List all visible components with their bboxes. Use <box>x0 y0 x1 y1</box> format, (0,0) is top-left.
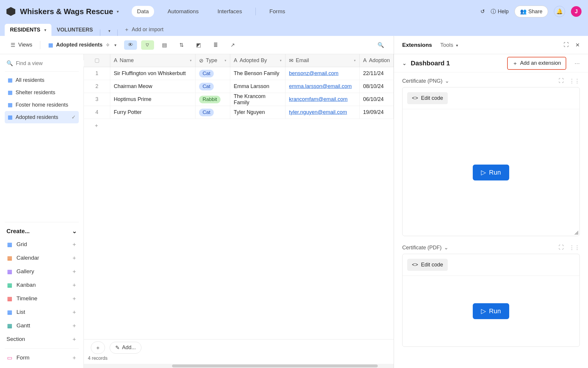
create-item-timeline[interactable]: ▦Timeline＋ <box>5 292 79 305</box>
find-view-input[interactable] <box>16 60 84 67</box>
cell-date[interactable]: 22/11/24 <box>360 67 394 80</box>
cell-adopted-by[interactable]: Tyler Nguyen <box>230 106 285 119</box>
cell-name[interactable]: Furry Potter <box>110 106 196 119</box>
view-sidebar: 🔍 ⚙ ▦All residents▦Shelter residents▦Fos… <box>0 54 84 368</box>
share-view-button[interactable]: ↗ <box>226 40 239 50</box>
tab-tools[interactable]: Tools ▾ <box>440 42 458 48</box>
create-item-gallery[interactable]: ▦Gallery＋ <box>5 265 79 278</box>
drag-icon[interactable]: ⋮⋮ <box>569 244 580 251</box>
cell-name[interactable]: Chairman Meow <box>110 80 196 93</box>
tab-extensions[interactable]: Extensions <box>402 42 432 48</box>
add-extension-button[interactable]: ＋ Add an extension <box>507 57 566 70</box>
column-header-adoption[interactable]: AAdoption <box>360 54 394 67</box>
color-button[interactable]: ◩ <box>192 40 205 50</box>
add-menu-button[interactable]: ✎Add... <box>110 342 141 354</box>
drag-icon[interactable]: ⋮⋮ <box>569 78 580 84</box>
cell-date[interactable]: 19/09/24 <box>360 106 394 119</box>
cell-email[interactable]: tyler.nguyen@email.com <box>285 106 360 119</box>
column-header-email[interactable]: ✉Email▾ <box>285 54 360 67</box>
sidebar-view-item[interactable]: ▦Shelter residents <box>5 86 79 99</box>
nav-tabs: Data Automations Interfaces Forms <box>132 6 290 17</box>
notifications-button[interactable]: 🔔 <box>554 6 565 17</box>
code-icon: <> <box>412 95 418 101</box>
table-tab-residents[interactable]: RESIDENTS ▾ <box>5 24 51 36</box>
user-avatar[interactable]: J <box>571 6 582 17</box>
cell-type[interactable]: Cat <box>196 67 230 80</box>
create-item-list[interactable]: ▦List＋ <box>5 305 79 319</box>
select-all-header[interactable] <box>84 54 110 67</box>
cell-email[interactable]: krancomfam@email.com <box>285 93 360 106</box>
create-section[interactable]: Section＋ <box>5 332 79 346</box>
grid-header-row: AName▾ ⊘Type▾ AAdopted By▾ ✉Email▾ AAdop… <box>84 54 394 67</box>
history-icon[interactable]: ↺ <box>480 8 485 15</box>
add-record-button[interactable]: ＋ <box>91 342 105 354</box>
plus-icon: ＋ <box>71 295 77 302</box>
dashboard-title[interactable]: Dashboard 1 <box>411 59 450 67</box>
nav-tab-automations[interactable]: Automations <box>162 6 204 17</box>
create-item-kanban[interactable]: ▦Kanban＋ <box>5 278 79 292</box>
cell-date[interactable]: 06/10/24 <box>360 93 394 106</box>
expand-icon[interactable]: ⛶ <box>559 78 564 84</box>
sidebar-view-item[interactable]: ▦Adopted residents✓ <box>5 111 79 123</box>
resize-handle[interactable] <box>574 231 578 235</box>
run-button[interactable]: ▷Run <box>473 165 509 180</box>
cell-name[interactable]: Hoptimus Prime <box>110 93 196 106</box>
create-form[interactable]: ▭ Form＋ <box>5 351 79 364</box>
cell-adopted-by[interactable]: The Benson Family <box>230 67 285 80</box>
group-button[interactable]: ▤ <box>158 40 171 50</box>
table-tab-options[interactable]: ▾ <box>102 26 116 36</box>
help-button[interactable]: ⓘ Help <box>491 8 509 15</box>
share-button[interactable]: 👥 Share <box>514 6 548 17</box>
edit-code-button[interactable]: <>Edit code <box>407 92 448 104</box>
cell-type[interactable]: Rabbit <box>196 93 230 106</box>
cell-type[interactable]: Cat <box>196 80 230 93</box>
create-section-header[interactable]: Create... ⌄ <box>5 225 79 238</box>
extension-title[interactable]: Certificate (PDF) ⌄⛶⋮⋮ <box>402 244 580 251</box>
chevron-down-icon[interactable]: ⌄ <box>402 60 407 67</box>
cell-adopted-by[interactable]: Emma Larsson <box>230 80 285 93</box>
add-table-button[interactable]: ＋ Add or import <box>119 23 168 36</box>
sort-button[interactable]: ⇅ <box>175 40 188 50</box>
current-view-button[interactable]: ▦ Adopted residents ✧ ▾ <box>44 40 120 50</box>
nav-tab-forms[interactable]: Forms <box>264 6 290 17</box>
expand-icon[interactable]: ⛶ <box>564 42 569 48</box>
cell-name[interactable]: Sir Fluffington von Whiskerbutt <box>110 67 196 80</box>
cell-email[interactable]: emma.larsson@email.com <box>285 80 360 93</box>
views-toggle-button[interactable]: ☰ Views <box>6 40 36 50</box>
edit-code-button[interactable]: <>Edit code <box>407 259 448 271</box>
cell-adopted-by[interactable]: The Krancom Family <box>230 93 285 106</box>
filter-button[interactable]: 🜄 <box>141 40 154 50</box>
more-icon[interactable]: ⋯ <box>574 60 580 67</box>
search-button[interactable]: 🔍 <box>374 40 387 50</box>
nav-tab-data[interactable]: Data <box>132 6 154 17</box>
table-row[interactable]: 4Furry PotterCatTyler Nguyentyler.nguyen… <box>84 106 394 119</box>
cell-type[interactable]: Cat <box>196 106 230 119</box>
sidebar-view-item[interactable]: ▦Foster home residents <box>5 99 79 111</box>
row-height-button[interactable]: ≣ <box>209 40 222 50</box>
run-button[interactable]: ▷Run <box>473 303 509 319</box>
expand-icon[interactable]: ⛶ <box>559 244 564 251</box>
table-row[interactable]: 2Chairman MeowCatEmma Larssonemma.larsso… <box>84 80 394 93</box>
table-tab-volunteers[interactable]: VOLUNTEERS <box>51 24 98 36</box>
plus-icon: ＋ <box>71 308 77 316</box>
table-row[interactable]: 1Sir Fluffington von WhiskerbuttCatThe B… <box>84 67 394 80</box>
base-name[interactable]: Whiskers & Wags Rescue ▾ <box>20 7 119 16</box>
hide-fields-button[interactable]: 👁 <box>124 40 137 50</box>
column-header-name[interactable]: AName▾ <box>110 54 196 67</box>
nav-tab-interfaces[interactable]: Interfaces <box>212 6 247 17</box>
extension-title[interactable]: Certificate (PNG) ⌄⛶⋮⋮ <box>402 78 580 84</box>
sidebar-view-item[interactable]: ▦All residents <box>5 74 79 86</box>
form-icon: ▭ <box>6 354 13 361</box>
create-item-grid[interactable]: ▦Grid＋ <box>5 238 79 251</box>
create-item-gantt[interactable]: ▦Gantt＋ <box>5 319 79 332</box>
cell-email[interactable]: bensonz@email.com <box>285 67 360 80</box>
table-row[interactable]: 3Hoptimus PrimeRabbitThe Krancom Familyk… <box>84 93 394 106</box>
create-item-calendar[interactable]: ▦Calendar＋ <box>5 251 79 265</box>
add-row-button[interactable]: ＋ <box>84 119 394 132</box>
cell-date[interactable]: 08/10/24 <box>360 80 394 93</box>
horizontal-scrollbar[interactable] <box>84 364 394 368</box>
column-header-adopted-by[interactable]: AAdopted By▾ <box>230 54 285 67</box>
close-icon[interactable]: ✕ <box>575 42 580 48</box>
wand-icon: ✎ <box>115 344 120 351</box>
column-header-type[interactable]: ⊘Type▾ <box>196 54 230 67</box>
